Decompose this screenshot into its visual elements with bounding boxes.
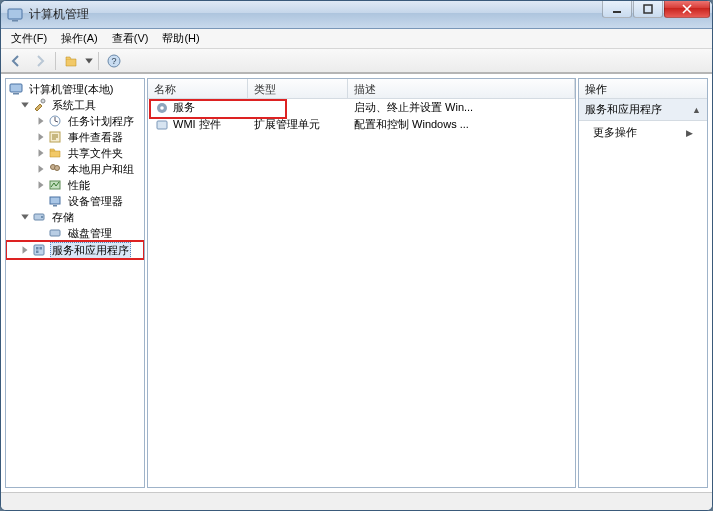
menu-view[interactable]: 查看(V)	[106, 29, 155, 48]
tree-services-and-apps[interactable]: 服务和应用程序	[6, 241, 144, 259]
chevron-right-icon: ▶	[686, 128, 693, 138]
expand-icon[interactable]	[20, 245, 30, 255]
actions-more-label: 更多操作	[593, 125, 637, 140]
event-icon	[47, 129, 63, 145]
main-panes: 计算机管理(本地) 系统工具 任务计划程序 事件查看器	[1, 73, 712, 492]
app-icon	[7, 7, 23, 23]
cell-text: 配置和控制 Windows ...	[348, 117, 575, 132]
cell-text: 扩展管理单元	[248, 117, 348, 132]
svg-rect-2	[613, 11, 621, 13]
tree-shared-folders[interactable]: 共享文件夹	[6, 145, 144, 161]
expand-icon[interactable]	[36, 148, 46, 158]
tree-label: 本地用户和组	[66, 162, 136, 177]
tree-root[interactable]: 计算机管理(本地)	[6, 81, 144, 97]
tree-label: 任务计划程序	[66, 114, 136, 129]
svg-rect-0	[8, 9, 22, 19]
window-controls	[601, 0, 710, 18]
column-type[interactable]: 类型	[248, 79, 348, 98]
tree-label: 性能	[66, 178, 92, 193]
svg-rect-19	[34, 245, 44, 255]
menubar: 文件(F) 操作(A) 查看(V) 帮助(H)	[1, 29, 712, 49]
svg-rect-7	[13, 93, 19, 95]
svg-rect-25	[157, 121, 167, 129]
tree-label: 存储	[50, 210, 76, 225]
svg-rect-15	[53, 205, 57, 207]
list-header: 名称 类型 描述	[148, 79, 575, 99]
section-title-text: 服务和应用程序	[585, 102, 662, 117]
computer-icon	[8, 81, 24, 97]
actions-header: 操作	[579, 79, 707, 99]
window-frame: 计算机管理 文件(F) 操作(A) 查看(V) 帮助(H)	[0, 0, 713, 511]
users-icon	[47, 161, 63, 177]
close-button[interactable]	[664, 0, 710, 18]
tree-label: 磁盘管理	[66, 226, 114, 241]
clock-icon	[47, 113, 63, 129]
tree-local-users[interactable]: 本地用户和组	[6, 161, 144, 177]
tree-storage[interactable]: 存储	[6, 209, 144, 225]
tree: 计算机管理(本地) 系统工具 任务计划程序 事件查看器	[6, 79, 144, 261]
tools-icon	[31, 97, 47, 113]
svg-rect-3	[644, 5, 652, 13]
view-dropdown[interactable]	[84, 51, 94, 71]
list-row-wmi[interactable]: WMI 控件 扩展管理单元 配置和控制 Windows ...	[148, 116, 575, 133]
tree-disk-management[interactable]: 磁盘管理	[6, 225, 144, 241]
column-name[interactable]: 名称	[148, 79, 248, 98]
up-button[interactable]	[60, 51, 82, 71]
forward-button[interactable]	[29, 51, 51, 71]
svg-rect-21	[40, 247, 43, 250]
tree-pane: 计算机管理(本地) 系统工具 任务计划程序 事件查看器	[5, 78, 145, 488]
tree-label: 共享文件夹	[66, 146, 125, 161]
list-row-services[interactable]: 服务 启动、终止并设置 Win...	[148, 99, 575, 116]
svg-rect-22	[36, 251, 39, 254]
expand-icon[interactable]	[36, 116, 46, 126]
expand-icon[interactable]	[36, 164, 46, 174]
tree-task-scheduler[interactable]: 任务计划程序	[6, 113, 144, 129]
tree-label: 服务和应用程序	[50, 242, 131, 259]
toolbar: ?	[1, 49, 712, 73]
svg-rect-18	[50, 230, 60, 236]
back-button[interactable]	[5, 51, 27, 71]
cell-text: 服务	[173, 100, 195, 115]
expand-icon[interactable]	[20, 212, 30, 222]
help-button[interactable]: ?	[103, 51, 125, 71]
toolbar-separator	[55, 52, 56, 70]
tree-system-tools[interactable]: 系统工具	[6, 97, 144, 113]
maximize-button[interactable]	[633, 0, 663, 18]
menu-action[interactable]: 操作(A)	[55, 29, 104, 48]
list-body: 服务 启动、终止并设置 Win... WMI 控件 扩展管理单元 配置和控制 W…	[148, 99, 575, 133]
menu-help[interactable]: 帮助(H)	[156, 29, 205, 48]
collapse-icon[interactable]: ▲	[692, 105, 701, 115]
expand-icon[interactable]	[36, 132, 46, 142]
window-title: 计算机管理	[29, 6, 89, 23]
svg-text:?: ?	[111, 56, 116, 66]
services-apps-icon	[31, 242, 47, 258]
wmi-icon	[154, 117, 170, 133]
actions-more[interactable]: 更多操作 ▶	[579, 121, 707, 144]
svg-rect-1	[12, 20, 18, 22]
gear-icon	[154, 100, 170, 116]
svg-rect-14	[50, 197, 60, 204]
tree-device-manager[interactable]: 设备管理器	[6, 193, 144, 209]
menu-file[interactable]: 文件(F)	[5, 29, 53, 48]
svg-point-8	[41, 99, 45, 103]
svg-point-24	[160, 106, 164, 110]
svg-rect-20	[36, 247, 39, 250]
expand-icon[interactable]	[36, 180, 46, 190]
svg-point-12	[55, 166, 60, 171]
minimize-button[interactable]	[602, 0, 632, 18]
svg-rect-6	[10, 84, 22, 92]
cell-text: 启动、终止并设置 Win...	[348, 100, 575, 115]
actions-pane: 操作 服务和应用程序 ▲ 更多操作 ▶	[578, 78, 708, 488]
tree-event-viewer[interactable]: 事件查看器	[6, 129, 144, 145]
tree-performance[interactable]: 性能	[6, 177, 144, 193]
column-description[interactable]: 描述	[348, 79, 575, 98]
list-pane: 名称 类型 描述 服务 启动、终止并设置 Win... WMI 控件	[147, 78, 576, 488]
expand-icon[interactable]	[20, 100, 30, 110]
toolbar-separator	[98, 52, 99, 70]
titlebar[interactable]: 计算机管理	[1, 1, 712, 29]
actions-section-title[interactable]: 服务和应用程序 ▲	[579, 99, 707, 121]
performance-icon	[47, 177, 63, 193]
tree-label: 事件查看器	[66, 130, 125, 145]
storage-icon	[31, 209, 47, 225]
svg-point-17	[41, 216, 43, 218]
